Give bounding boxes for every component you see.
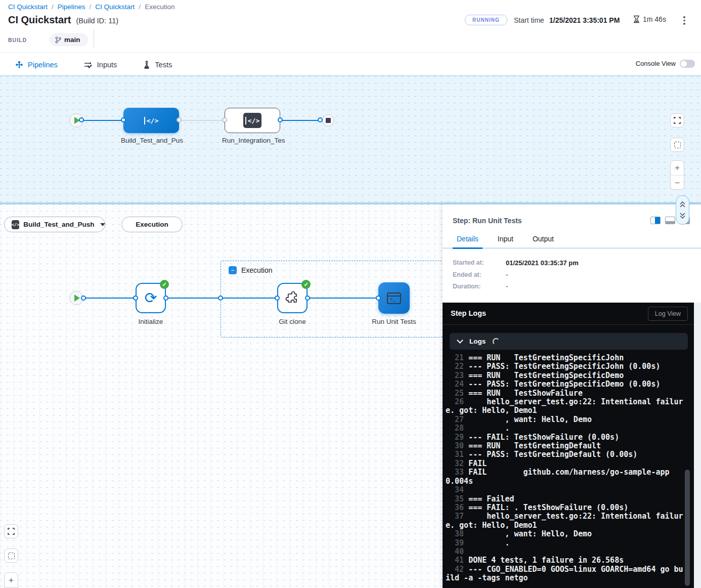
- log-scrollbar-thumb[interactable]: [685, 470, 690, 586]
- execution-group-label: Execution: [241, 266, 272, 274]
- layout-split-view-icon[interactable]: [650, 217, 661, 224]
- tab-tests[interactable]: Tests: [143, 53, 172, 77]
- kebab-menu-button[interactable]: [680, 15, 689, 25]
- port: [177, 117, 182, 122]
- tab-inputs[interactable]: Inputs: [84, 53, 117, 77]
- hourglass-icon: [633, 15, 640, 23]
- step-node-run-unit-tests[interactable]: >_: [378, 282, 410, 314]
- build-type-label: BUILD: [8, 37, 27, 43]
- breadcrumb-current: Execution: [145, 3, 174, 11]
- port: [121, 117, 126, 122]
- start-time-label: Start time: [514, 16, 544, 24]
- port: [133, 296, 138, 301]
- log-line: 26 hello_server_test.go:22: Intentional …: [446, 398, 687, 415]
- port: [218, 296, 223, 301]
- log-view-button[interactable]: Log View: [648, 307, 688, 321]
- breadcrumb-item[interactable]: CI Quickstart: [8, 3, 48, 11]
- breadcrumb-item[interactable]: Pipelines: [58, 3, 85, 11]
- log-line: 23 === RUN TestGreetingSpecificDemo: [446, 371, 687, 380]
- branch-chip[interactable]: main: [50, 33, 88, 46]
- start-time-value: 1/25/2021 3:35:01 PM: [549, 16, 620, 24]
- step-node-initialize[interactable]: ⟳ ✓: [136, 283, 166, 313]
- log-line: 22 --- PASS: TestGreetingSpecificJohn (0…: [446, 362, 687, 371]
- tab-pipelines[interactable]: Pipelines: [15, 53, 58, 77]
- marquee-select-button[interactable]: [670, 138, 684, 152]
- logs-collapse-bar[interactable]: Logs: [450, 333, 688, 350]
- edge: [83, 298, 136, 299]
- collapse-group-icon[interactable]: −: [229, 266, 237, 274]
- page-title: CI Quickstart: [8, 14, 71, 26]
- log-line: 31 --- PASS: TestGreetingDefault (0.00s): [446, 450, 687, 459]
- log-line: 35 === Failed: [446, 495, 687, 503]
- step-label: Run Unit Tests: [369, 318, 419, 325]
- zoom-in-button[interactable]: +: [4, 572, 18, 588]
- divider: [94, 29, 94, 48]
- view-selector-button[interactable]: Execution: [121, 217, 183, 232]
- code-icon: </>: [12, 220, 19, 229]
- tab-input[interactable]: Input: [498, 235, 513, 247]
- zoom-out-button[interactable]: −: [671, 176, 684, 190]
- tab-label: Pipelines: [28, 61, 58, 69]
- stage-label: Build_Test_and_Pus: [121, 137, 182, 144]
- panel-expand-collapse-control[interactable]: [676, 195, 689, 225]
- breadcrumb-item[interactable]: CI Quickstart: [95, 3, 135, 11]
- console-view-label: Console View: [636, 60, 676, 67]
- log-line: 38 , want: Hello, Demo: [446, 530, 687, 538]
- detail-value: -: [506, 283, 508, 290]
- breadcrumb-separator: /: [90, 3, 92, 11]
- execution-group-header: − Execution: [229, 266, 272, 274]
- step-node-git-clone[interactable]: ✓: [277, 283, 308, 313]
- log-line: 33 FAIL github.com/harness/go-sample-app…: [446, 468, 687, 486]
- step-detail-panel: Step: Run Unit Tests Details Input Outpu…: [443, 204, 701, 588]
- log-output: 21 === RUN TestGreetingSpecificJohn 22 -…: [446, 354, 687, 583]
- console-view-toggle[interactable]: [680, 60, 695, 68]
- step-details-section: Step: Run Unit Tests Details Input Outpu…: [443, 204, 701, 303]
- stage-canvas[interactable]: </> Build_Test_and_Pus </> Run_Integrati…: [0, 76, 701, 202]
- stage-selector-label: Build_Test_and_Push: [23, 221, 94, 228]
- log-line: 40: [446, 548, 687, 556]
- marquee-select-button[interactable]: [4, 549, 18, 563]
- stage-selector-dropdown[interactable]: </> Build_Test_and_Push: [4, 217, 105, 232]
- breadcrumb-separator: /: [139, 3, 141, 11]
- step-panel-title: Step: Run Unit Tests: [453, 217, 522, 225]
- main-tabbar: Pipelines Inputs Tests Console View: [0, 52, 701, 76]
- edge: [308, 298, 378, 299]
- detail-label: Started at:: [453, 259, 506, 267]
- tab-output[interactable]: Output: [533, 235, 554, 247]
- detail-value: -: [506, 271, 508, 278]
- port: [79, 117, 84, 122]
- log-line: 24 --- PASS: TestGreetingSpecificDemo (0…: [446, 380, 687, 389]
- step-label: Git clone: [267, 318, 318, 325]
- stage-node-build-test-and-push[interactable]: </>: [123, 108, 179, 133]
- log-line: 42 --- CGO_ENABLED=0 GOOS=linux GOARCH=a…: [446, 565, 687, 583]
- port: [278, 117, 283, 122]
- inputs-icon: [84, 61, 93, 69]
- play-icon: [74, 295, 80, 302]
- loading-spinner-icon: [493, 338, 500, 345]
- success-check-icon: ✓: [160, 280, 169, 289]
- chevron-down-icon: [100, 223, 105, 226]
- execution-canvas[interactable]: </> Build_Test_and_Push Execution − Exec…: [0, 204, 701, 588]
- sync-icon: ⟳: [144, 290, 157, 306]
- layout-bottom-view-icon[interactable]: [665, 217, 675, 224]
- terminal-icon: >_: [387, 292, 401, 304]
- step-label: Initialize: [125, 318, 176, 325]
- zoom-in-button[interactable]: +: [671, 161, 684, 176]
- tab-details[interactable]: Details: [457, 235, 478, 247]
- log-line: 30 === RUN TestGreetingDefault: [446, 442, 687, 450]
- breadcrumb: CI Quickstart / Pipelines / CI Quickstar…: [8, 3, 174, 11]
- stage-node-run-integration-tests[interactable]: </>: [225, 108, 280, 133]
- stop-icon: [326, 118, 331, 123]
- log-line: 37 hello_server_test.go:22: Intentional …: [446, 512, 687, 530]
- tab-label: Inputs: [97, 61, 117, 69]
- page-header: CI Quickstart / Pipelines / CI Quickstar…: [0, 0, 701, 52]
- branch-name: main: [64, 36, 80, 44]
- fullscreen-button[interactable]: [670, 113, 684, 128]
- fullscreen-button[interactable]: [4, 524, 18, 538]
- log-line: 29 --- FAIL: TestShowFailure (0.00s): [446, 433, 687, 442]
- detail-label: Duration:: [453, 283, 506, 290]
- breadcrumb-separator: /: [52, 3, 54, 11]
- log-line: 34: [446, 486, 687, 494]
- log-line: 39 .: [446, 539, 687, 548]
- code-icon: </>: [243, 113, 261, 128]
